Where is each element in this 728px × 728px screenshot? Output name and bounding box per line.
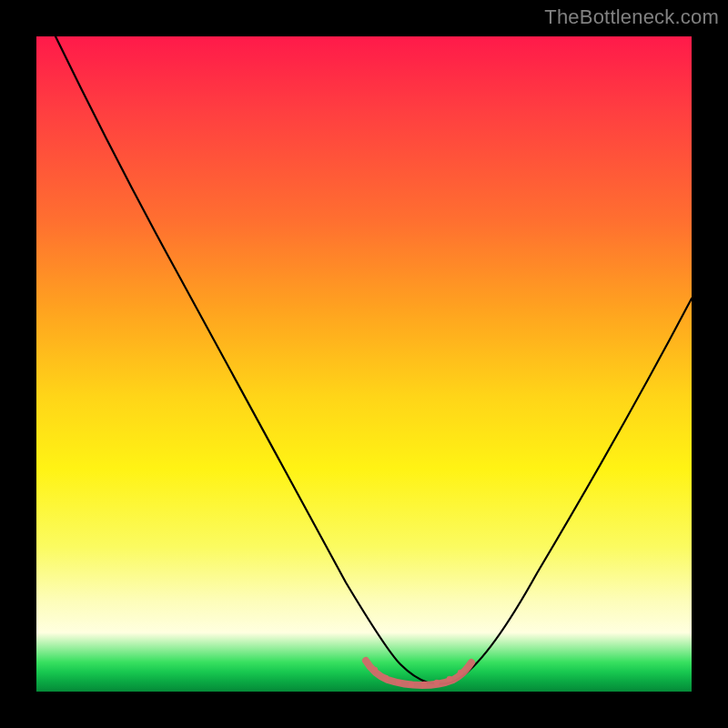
svg-point-2	[396, 680, 401, 685]
plot-svg	[36, 36, 692, 692]
svg-point-0	[372, 667, 378, 672]
svg-point-7	[458, 670, 463, 675]
minimum-marker	[366, 661, 471, 685]
plot-area	[36, 36, 692, 692]
bottleneck-curve	[56, 36, 692, 683]
chart-frame: TheBottleneck.com	[0, 0, 728, 728]
svg-point-5	[434, 680, 440, 685]
watermark-text: TheBottleneck.com	[544, 5, 719, 29]
svg-point-6	[447, 676, 452, 682]
svg-point-4	[421, 682, 427, 687]
svg-point-1	[383, 675, 389, 681]
svg-point-3	[409, 682, 414, 687]
